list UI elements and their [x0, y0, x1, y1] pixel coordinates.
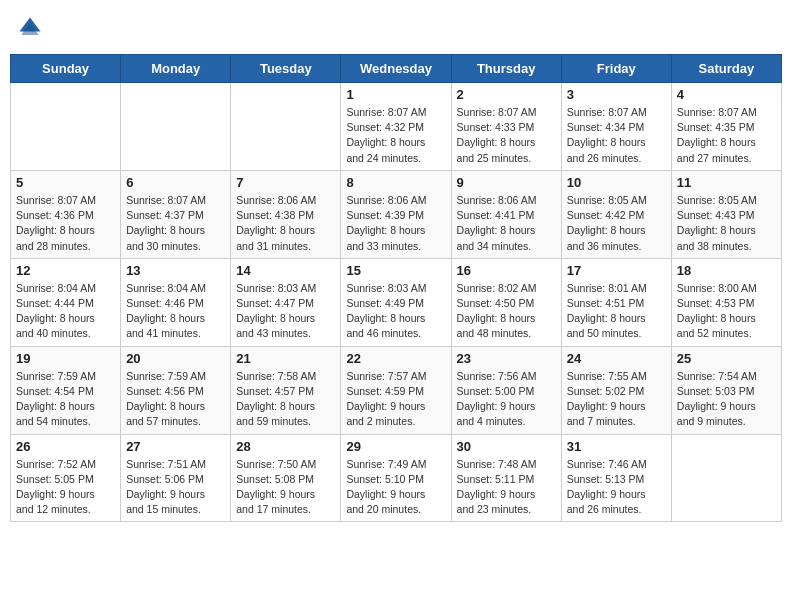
weekday-header: Thursday — [451, 55, 561, 83]
weekday-header: Monday — [121, 55, 231, 83]
day-info: Sunrise: 8:07 AMSunset: 4:34 PMDaylight:… — [567, 105, 666, 166]
day-number: 26 — [16, 439, 115, 454]
day-info: Sunrise: 8:07 AMSunset: 4:35 PMDaylight:… — [677, 105, 776, 166]
calendar-cell: 4Sunrise: 8:07 AMSunset: 4:35 PMDaylight… — [671, 83, 781, 171]
day-number: 29 — [346, 439, 445, 454]
logo — [16, 14, 46, 42]
day-info: Sunrise: 8:01 AMSunset: 4:51 PMDaylight:… — [567, 281, 666, 342]
day-info: Sunrise: 8:00 AMSunset: 4:53 PMDaylight:… — [677, 281, 776, 342]
weekday-header: Wednesday — [341, 55, 451, 83]
day-number: 23 — [457, 351, 556, 366]
calendar-cell: 10Sunrise: 8:05 AMSunset: 4:42 PMDayligh… — [561, 170, 671, 258]
calendar-week-row: 1Sunrise: 8:07 AMSunset: 4:32 PMDaylight… — [11, 83, 782, 171]
calendar-week-row: 19Sunrise: 7:59 AMSunset: 4:54 PMDayligh… — [11, 346, 782, 434]
day-info: Sunrise: 7:52 AMSunset: 5:05 PMDaylight:… — [16, 457, 115, 518]
calendar-cell: 25Sunrise: 7:54 AMSunset: 5:03 PMDayligh… — [671, 346, 781, 434]
day-number: 13 — [126, 263, 225, 278]
day-info: Sunrise: 8:07 AMSunset: 4:37 PMDaylight:… — [126, 193, 225, 254]
day-number: 27 — [126, 439, 225, 454]
calendar-cell: 22Sunrise: 7:57 AMSunset: 4:59 PMDayligh… — [341, 346, 451, 434]
day-info: Sunrise: 8:03 AMSunset: 4:47 PMDaylight:… — [236, 281, 335, 342]
generalblue-logo-icon — [16, 14, 44, 42]
calendar-cell — [121, 83, 231, 171]
calendar-cell: 1Sunrise: 8:07 AMSunset: 4:32 PMDaylight… — [341, 83, 451, 171]
day-number: 10 — [567, 175, 666, 190]
calendar-cell: 12Sunrise: 8:04 AMSunset: 4:44 PMDayligh… — [11, 258, 121, 346]
day-info: Sunrise: 7:48 AMSunset: 5:11 PMDaylight:… — [457, 457, 556, 518]
day-number: 11 — [677, 175, 776, 190]
day-info: Sunrise: 7:58 AMSunset: 4:57 PMDaylight:… — [236, 369, 335, 430]
calendar-cell: 9Sunrise: 8:06 AMSunset: 4:41 PMDaylight… — [451, 170, 561, 258]
day-number: 9 — [457, 175, 556, 190]
calendar-week-row: 5Sunrise: 8:07 AMSunset: 4:36 PMDaylight… — [11, 170, 782, 258]
day-number: 5 — [16, 175, 115, 190]
calendar-cell: 2Sunrise: 8:07 AMSunset: 4:33 PMDaylight… — [451, 83, 561, 171]
day-number: 16 — [457, 263, 556, 278]
day-info: Sunrise: 7:51 AMSunset: 5:06 PMDaylight:… — [126, 457, 225, 518]
calendar-cell: 18Sunrise: 8:00 AMSunset: 4:53 PMDayligh… — [671, 258, 781, 346]
day-number: 8 — [346, 175, 445, 190]
calendar-header: SundayMondayTuesdayWednesdayThursdayFrid… — [11, 55, 782, 83]
weekday-header: Friday — [561, 55, 671, 83]
day-info: Sunrise: 7:55 AMSunset: 5:02 PMDaylight:… — [567, 369, 666, 430]
calendar-cell — [231, 83, 341, 171]
day-number: 6 — [126, 175, 225, 190]
day-number: 7 — [236, 175, 335, 190]
day-number: 4 — [677, 87, 776, 102]
day-info: Sunrise: 7:50 AMSunset: 5:08 PMDaylight:… — [236, 457, 335, 518]
calendar-cell: 8Sunrise: 8:06 AMSunset: 4:39 PMDaylight… — [341, 170, 451, 258]
calendar-cell: 6Sunrise: 8:07 AMSunset: 4:37 PMDaylight… — [121, 170, 231, 258]
weekday-header: Tuesday — [231, 55, 341, 83]
day-number: 19 — [16, 351, 115, 366]
calendar-cell — [671, 434, 781, 522]
day-info: Sunrise: 8:06 AMSunset: 4:41 PMDaylight:… — [457, 193, 556, 254]
day-info: Sunrise: 7:59 AMSunset: 4:56 PMDaylight:… — [126, 369, 225, 430]
day-number: 22 — [346, 351, 445, 366]
calendar-cell: 7Sunrise: 8:06 AMSunset: 4:38 PMDaylight… — [231, 170, 341, 258]
day-number: 31 — [567, 439, 666, 454]
calendar-cell: 17Sunrise: 8:01 AMSunset: 4:51 PMDayligh… — [561, 258, 671, 346]
calendar-week-row: 12Sunrise: 8:04 AMSunset: 4:44 PMDayligh… — [11, 258, 782, 346]
calendar-cell: 13Sunrise: 8:04 AMSunset: 4:46 PMDayligh… — [121, 258, 231, 346]
day-info: Sunrise: 8:04 AMSunset: 4:46 PMDaylight:… — [126, 281, 225, 342]
day-number: 1 — [346, 87, 445, 102]
day-info: Sunrise: 8:07 AMSunset: 4:32 PMDaylight:… — [346, 105, 445, 166]
day-number: 28 — [236, 439, 335, 454]
weekday-header: Saturday — [671, 55, 781, 83]
calendar-cell: 30Sunrise: 7:48 AMSunset: 5:11 PMDayligh… — [451, 434, 561, 522]
day-info: Sunrise: 8:06 AMSunset: 4:38 PMDaylight:… — [236, 193, 335, 254]
day-info: Sunrise: 8:03 AMSunset: 4:49 PMDaylight:… — [346, 281, 445, 342]
day-info: Sunrise: 7:54 AMSunset: 5:03 PMDaylight:… — [677, 369, 776, 430]
day-info: Sunrise: 8:05 AMSunset: 4:42 PMDaylight:… — [567, 193, 666, 254]
calendar-body: 1Sunrise: 8:07 AMSunset: 4:32 PMDaylight… — [11, 83, 782, 522]
day-info: Sunrise: 7:49 AMSunset: 5:10 PMDaylight:… — [346, 457, 445, 518]
calendar-cell: 28Sunrise: 7:50 AMSunset: 5:08 PMDayligh… — [231, 434, 341, 522]
day-info: Sunrise: 7:46 AMSunset: 5:13 PMDaylight:… — [567, 457, 666, 518]
day-number: 20 — [126, 351, 225, 366]
day-info: Sunrise: 7:57 AMSunset: 4:59 PMDaylight:… — [346, 369, 445, 430]
calendar-cell: 23Sunrise: 7:56 AMSunset: 5:00 PMDayligh… — [451, 346, 561, 434]
day-number: 14 — [236, 263, 335, 278]
calendar-cell: 29Sunrise: 7:49 AMSunset: 5:10 PMDayligh… — [341, 434, 451, 522]
day-info: Sunrise: 8:07 AMSunset: 4:36 PMDaylight:… — [16, 193, 115, 254]
calendar-week-row: 26Sunrise: 7:52 AMSunset: 5:05 PMDayligh… — [11, 434, 782, 522]
day-info: Sunrise: 8:05 AMSunset: 4:43 PMDaylight:… — [677, 193, 776, 254]
day-number: 15 — [346, 263, 445, 278]
calendar-cell: 27Sunrise: 7:51 AMSunset: 5:06 PMDayligh… — [121, 434, 231, 522]
calendar-cell: 15Sunrise: 8:03 AMSunset: 4:49 PMDayligh… — [341, 258, 451, 346]
calendar-cell: 14Sunrise: 8:03 AMSunset: 4:47 PMDayligh… — [231, 258, 341, 346]
page-header — [10, 10, 782, 46]
day-info: Sunrise: 7:56 AMSunset: 5:00 PMDaylight:… — [457, 369, 556, 430]
day-number: 25 — [677, 351, 776, 366]
day-number: 2 — [457, 87, 556, 102]
calendar-cell — [11, 83, 121, 171]
day-info: Sunrise: 7:59 AMSunset: 4:54 PMDaylight:… — [16, 369, 115, 430]
calendar-table: SundayMondayTuesdayWednesdayThursdayFrid… — [10, 54, 782, 522]
day-info: Sunrise: 8:06 AMSunset: 4:39 PMDaylight:… — [346, 193, 445, 254]
weekday-header: Sunday — [11, 55, 121, 83]
calendar-cell: 16Sunrise: 8:02 AMSunset: 4:50 PMDayligh… — [451, 258, 561, 346]
day-number: 24 — [567, 351, 666, 366]
day-info: Sunrise: 8:04 AMSunset: 4:44 PMDaylight:… — [16, 281, 115, 342]
calendar-cell: 20Sunrise: 7:59 AMSunset: 4:56 PMDayligh… — [121, 346, 231, 434]
calendar-cell: 5Sunrise: 8:07 AMSunset: 4:36 PMDaylight… — [11, 170, 121, 258]
